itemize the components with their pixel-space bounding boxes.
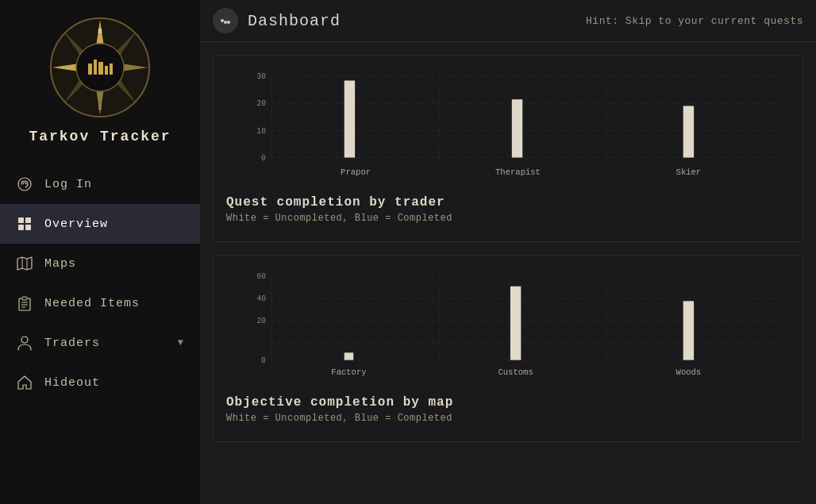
sidebar-item-maps[interactable]: Maps: [0, 244, 200, 283]
svg-text:Prapor: Prapor: [341, 167, 371, 177]
map-chart-container: 60 40 20 0 Factory Customs: [226, 268, 790, 395]
sidebar-item-hideout[interactable]: Hideout: [0, 363, 200, 402]
svg-text:N: N: [98, 28, 102, 36]
sidebar-item-maps-label: Maps: [44, 257, 184, 271]
dot3: [227, 21, 230, 24]
sidebar-item-hideout-label: Hideout: [44, 376, 184, 390]
svg-text:Skier: Skier: [676, 167, 702, 177]
menu-dots-button[interactable]: [213, 8, 238, 33]
svg-text:0: 0: [261, 356, 266, 364]
svg-marker-22: [17, 257, 32, 270]
grid-icon: [16, 215, 33, 233]
quest-chart-subtitle-text: White = Uncompleted, Blue = Completed: [226, 213, 790, 224]
quest-chart-svg: 30 20 10 0 Prapor Therapist: [226, 68, 790, 195]
map-chart-title-text: Objective completion by map: [226, 395, 790, 410]
hint-text: Hint: Skip to your current quests: [586, 15, 803, 27]
svg-text:0: 0: [261, 153, 266, 162]
app-title: Tarkov Tracker: [29, 129, 171, 144]
quest-chart-card: 30 20 10 0 Prapor Therapist: [213, 55, 803, 242]
svg-text:Factory: Factory: [331, 367, 367, 377]
svg-rect-66: [683, 301, 694, 360]
sidebar-item-traders-label: Traders: [44, 337, 167, 350]
sidebar: N S Tarkov Tracker Log In: [0, 0, 200, 504]
quest-chart-title: Quest completion by trader White = Uncom…: [226, 195, 790, 224]
nav-menu: Log In Overview: [0, 164, 200, 496]
sidebar-item-login-label: Log In: [44, 178, 184, 191]
svg-rect-14: [110, 63, 113, 75]
svg-rect-20: [18, 225, 24, 230]
svg-text:20: 20: [256, 99, 266, 108]
quest-chart-container: 30 20 10 0 Prapor Therapist: [226, 68, 790, 195]
svg-text:10: 10: [256, 126, 266, 135]
svg-rect-43: [344, 80, 355, 157]
svg-text:Therapist: Therapist: [495, 167, 541, 177]
svg-rect-13: [105, 66, 108, 75]
sidebar-item-needed-items-label: Needed Items: [44, 297, 184, 310]
svg-rect-12: [98, 62, 103, 75]
logo-area: N S Tarkov Tracker: [29, 0, 171, 156]
logo-compass: N S: [48, 16, 152, 119]
svg-rect-64: [510, 287, 521, 360]
svg-text:30: 30: [256, 72, 266, 81]
sidebar-item-needed-items[interactable]: Needed Items: [0, 283, 200, 323]
main-content: Dashboard Hint: Skip to your current que…: [200, 0, 816, 504]
map-icon: [16, 255, 33, 272]
svg-rect-26: [22, 297, 27, 300]
content-area: 30 20 10 0 Prapor Therapist: [200, 42, 816, 455]
map-chart-card: 60 40 20 0 Factory Customs: [213, 255, 803, 442]
svg-point-17: [18, 178, 31, 190]
svg-text:Customs: Customs: [498, 367, 533, 377]
fingerprint-icon: [16, 175, 33, 193]
svg-text:20: 20: [256, 317, 266, 325]
svg-rect-47: [683, 106, 694, 157]
svg-text:S: S: [98, 104, 102, 112]
home-icon: [16, 374, 33, 391]
map-chart-labels: Objective completion by map White = Unco…: [226, 395, 790, 424]
sidebar-item-traders[interactable]: Traders ▼: [0, 323, 200, 363]
person-icon: [16, 334, 33, 352]
svg-text:60: 60: [256, 272, 266, 281]
svg-rect-10: [88, 63, 92, 75]
traders-expand-icon: ▼: [178, 337, 184, 348]
map-chart-subtitle-text: White = Uncompleted, Blue = Completed: [226, 413, 790, 424]
svg-point-30: [21, 337, 28, 343]
topbar: Dashboard Hint: Skip to your current que…: [200, 0, 816, 42]
sidebar-item-login[interactable]: Log In: [0, 164, 200, 204]
map-chart-svg: 60 40 20 0 Factory Customs: [226, 268, 790, 395]
svg-text:40: 40: [256, 294, 266, 303]
svg-rect-11: [94, 60, 97, 75]
svg-rect-21: [25, 225, 31, 230]
svg-rect-62: [344, 352, 354, 360]
page-title: Dashboard: [248, 12, 576, 30]
svg-text:Woods: Woods: [676, 367, 702, 377]
svg-rect-18: [18, 217, 24, 223]
clipboard-icon: [16, 294, 33, 312]
svg-rect-19: [25, 217, 31, 223]
sidebar-item-overview-label: Overview: [44, 217, 184, 231]
sidebar-item-overview[interactable]: Overview: [0, 204, 200, 244]
svg-rect-45: [512, 99, 522, 157]
quest-chart-title-text: Quest completion by trader: [226, 195, 790, 210]
